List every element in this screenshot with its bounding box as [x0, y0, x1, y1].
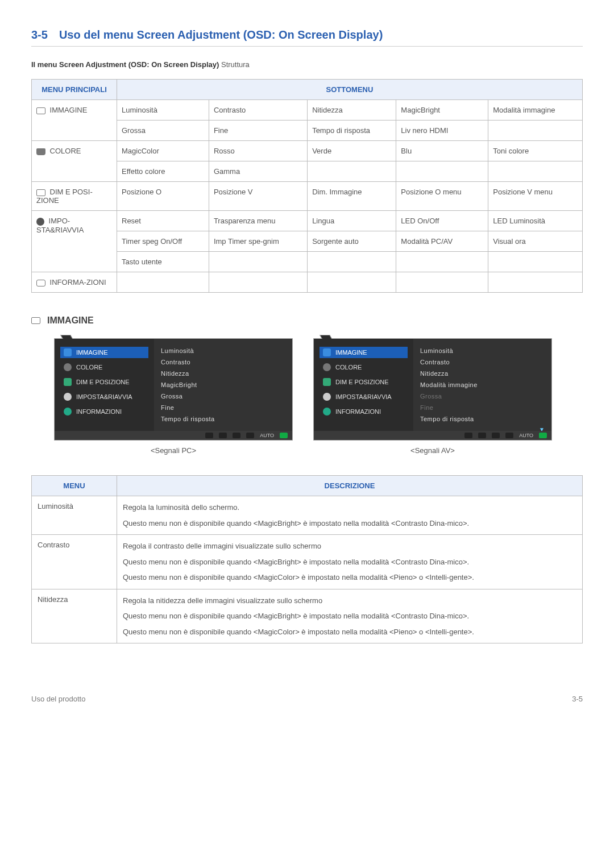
osd-side-item[interactable]: DIM E POSIZIONE — [320, 376, 408, 388]
submenu-cell: Blu — [396, 141, 488, 161]
osd-side-item[interactable]: IMPOSTA&RIAVVIA — [60, 391, 148, 402]
osd-sub-item[interactable]: Luminosità — [161, 347, 285, 355]
power-icon[interactable] — [539, 433, 547, 438]
osd-side-item[interactable]: INFORMAZIONI — [60, 406, 148, 417]
osd-side-label: IMMAGINE — [76, 349, 108, 356]
caption-av: <Segnali AV> — [313, 446, 552, 455]
submenu-cell: Effetto colore — [117, 161, 209, 182]
desc-paragraph: Questo menu non è disponibile quando <Ma… — [123, 556, 576, 568]
submenu-cell: Tasto utente — [117, 252, 209, 272]
osd-sub-item[interactable]: Grossa — [161, 392, 285, 400]
osd-sub-item[interactable]: Contrasto — [420, 358, 545, 366]
submenu-cell: Dim. Immagine — [308, 182, 396, 211]
close-icon[interactable] — [205, 433, 213, 438]
submenu-cell: Lingua — [308, 211, 396, 231]
th-main-menu: MENU PRINCIPALI — [32, 80, 117, 100]
footer-right: 3-5 — [572, 695, 583, 703]
info-icon — [36, 280, 45, 286]
submenu-cell: MagicBright — [396, 100, 488, 121]
osd-footbar: AUTO — [314, 431, 551, 440]
osd-sub-item[interactable]: Modalità immagine — [420, 381, 545, 389]
submenu-cell: Fine — [209, 121, 307, 141]
auto-label: AUTO — [519, 433, 533, 438]
submenu-cell — [488, 252, 583, 272]
osd-side-item[interactable]: DIM E POSIZIONE — [60, 376, 148, 388]
osd-sub-item[interactable]: Luminosità — [420, 347, 545, 355]
osd-side-label: DIM E POSIZIONE — [76, 379, 130, 385]
osd-side-item[interactable]: COLORE — [60, 362, 148, 373]
osd-side-item[interactable]: IMPOSTA&RIAVVIA — [320, 391, 408, 402]
osd-side-item[interactable]: IMMAGINE — [60, 347, 148, 358]
desc-paragraph: Questo menu non è disponibile quando <Ma… — [123, 626, 576, 638]
submenu-cell: Reset — [117, 211, 209, 231]
osd-sub-item[interactable]: Tempo di risposta — [420, 415, 545, 423]
submenu-cell — [396, 272, 488, 293]
desc-paragraph: Questo menu non è disponibile quando <Ma… — [123, 572, 576, 583]
submenu-cell — [308, 252, 396, 272]
picture-icon — [31, 317, 40, 324]
osd-side-item[interactable]: IMMAGINE — [320, 347, 408, 358]
desc-text-cell: Regola la nitidezza delle immagini visua… — [117, 589, 583, 643]
osd-sub-item[interactable]: Nitidezza — [420, 369, 545, 377]
th-desc: DESCRIZIONE — [117, 476, 583, 496]
structure-rest: Struttura — [219, 60, 249, 69]
main-menu-cell: IMPO-STA&RIAVVIA — [32, 211, 117, 272]
info-icon — [323, 408, 331, 416]
desc-paragraph: Questo menu non è disponibile quando <Ma… — [123, 518, 576, 529]
submenu-cell: Nitidezza — [308, 100, 396, 121]
th-menu: MENU — [32, 476, 117, 496]
main-menu-label: IMMAGINE — [48, 106, 87, 114]
submenu-cell: Sorgente auto — [308, 231, 396, 252]
osd-sub-item[interactable]: Tempo di risposta — [161, 415, 285, 423]
osd-sub-item[interactable]: Fine — [420, 404, 545, 412]
main-menu-label: INFORMA-ZIONI — [48, 278, 106, 286]
submenu-cell — [117, 272, 209, 293]
page-footer: Uso del prodotto 3-5 — [31, 695, 583, 703]
submenu-cell: MagicColor — [117, 141, 209, 161]
submenu-cell: Posizione V — [209, 182, 307, 211]
submenu-cell: Modalità PC/AV — [396, 231, 488, 252]
submenu-cell — [488, 272, 583, 293]
main-menu-cell: DIM E POSI-ZIONE — [32, 182, 117, 211]
submenu-cell — [396, 161, 488, 182]
close-icon[interactable] — [464, 433, 472, 438]
osd-side-item[interactable]: INFORMAZIONI — [320, 406, 408, 417]
down-icon[interactable] — [478, 433, 486, 438]
submenu-cell: LED On/Off — [396, 211, 488, 231]
osd-side-item[interactable]: COLORE — [320, 362, 408, 373]
osd-sub-item[interactable]: MagicBright — [161, 381, 285, 389]
osd-sub-item[interactable]: Nitidezza — [161, 369, 285, 377]
auto-label: AUTO — [260, 433, 274, 438]
desc-menu-cell: Nitidezza — [32, 589, 117, 643]
osd-side-label: INFORMAZIONI — [335, 408, 381, 415]
paint-icon — [323, 363, 331, 371]
submenu-cell — [396, 252, 488, 272]
submenu-cell: Visual ora — [488, 231, 583, 252]
desc-menu-cell: Contrasto — [32, 535, 117, 589]
section-immagine-label: IMMAGINE — [47, 315, 94, 326]
enter-icon[interactable] — [246, 433, 254, 438]
main-menu-label: COLORE — [48, 147, 81, 155]
gear-icon — [323, 393, 331, 401]
submenu-cell: Luminosità — [117, 100, 209, 121]
submenu-cell: Liv nero HDMI — [396, 121, 488, 141]
osd-side-label: IMPOSTA&RIAVVIA — [335, 393, 392, 400]
down-icon[interactable] — [219, 433, 227, 438]
submenu-cell: Posizione V menu — [488, 182, 583, 211]
up-icon[interactable] — [492, 433, 500, 438]
up-icon[interactable] — [233, 433, 240, 438]
osd-sub-item[interactable]: Fine — [161, 404, 285, 412]
submenu-cell — [308, 272, 396, 293]
desc-text-cell: Regola il contrasto delle immagini visua… — [117, 535, 583, 589]
osd-side-label: DIM E POSIZIONE — [335, 379, 389, 385]
submenu-cell: Gamma — [209, 161, 307, 182]
enter-icon[interactable] — [505, 433, 513, 438]
paint-icon — [64, 363, 72, 371]
osd-sub-item[interactable]: Grossa — [420, 392, 545, 400]
main-menu-cell: COLORE — [32, 141, 117, 182]
power-icon[interactable] — [280, 433, 288, 438]
structure-bold: Il menu Screen Adjustment (OSD: On Scree… — [31, 60, 219, 69]
submenu-cell: Posizione O menu — [396, 182, 488, 211]
osd-sub-item[interactable]: Contrasto — [161, 358, 285, 366]
osd-footbar: AUTO — [55, 431, 292, 440]
